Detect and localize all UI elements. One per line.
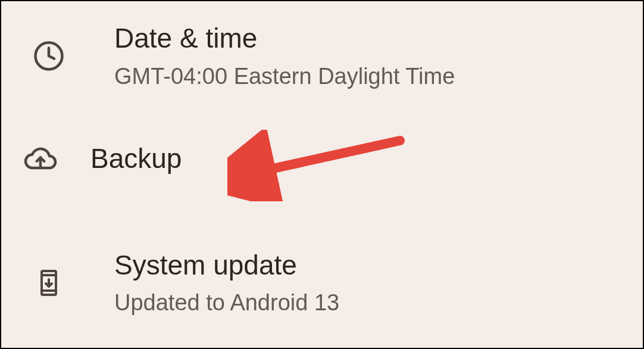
setting-subtitle: Updated to Android 13 xyxy=(114,288,339,317)
setting-item-date-time[interactable]: Date & time GMT-04:00 Eastern Daylight T… xyxy=(1,7,643,105)
cloud-upload-icon xyxy=(23,141,58,177)
settings-list: Date & time GMT-04:00 Eastern Daylight T… xyxy=(1,1,643,332)
setting-title: Backup xyxy=(90,142,182,176)
phone-download-icon xyxy=(31,265,67,301)
setting-text-block: Date & time GMT-04:00 Eastern Daylight T… xyxy=(114,21,455,91)
setting-text-block: System update Updated to Android 13 xyxy=(114,248,339,318)
setting-subtitle: GMT-04:00 Eastern Daylight Time xyxy=(114,62,455,91)
setting-item-system-update[interactable]: System update Updated to Android 13 xyxy=(1,213,643,332)
setting-item-backup[interactable]: Backup xyxy=(1,105,643,213)
clock-icon xyxy=(31,38,67,74)
setting-title: System update xyxy=(114,248,339,283)
setting-text-block: Backup xyxy=(90,142,182,176)
setting-title: Date & time xyxy=(114,21,455,56)
